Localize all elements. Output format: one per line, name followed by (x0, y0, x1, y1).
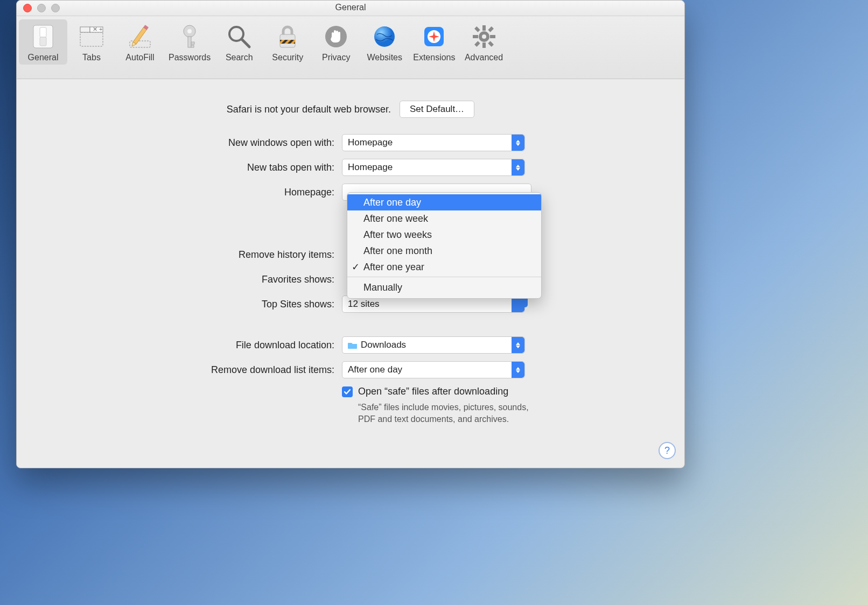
preferences-window: General General ✕ + Tabs (16, 0, 685, 468)
tab-security[interactable]: Security (263, 19, 312, 65)
popup-new-tabs[interactable]: Homepage (342, 159, 525, 176)
key-icon (176, 23, 204, 51)
titlebar: General (17, 1, 684, 16)
window-title: General (17, 3, 684, 12)
globe-icon (370, 23, 398, 51)
tab-label: General (28, 53, 59, 62)
puzzle-icon (420, 23, 448, 51)
tab-passwords[interactable]: Passwords (164, 19, 215, 65)
pencil-icon (126, 23, 154, 51)
svg-rect-3 (80, 32, 103, 46)
svg-marker-8 (133, 27, 147, 44)
tabs-icon: ✕ + (78, 23, 106, 51)
tab-label: AutoFill (125, 53, 154, 62)
svg-rect-15 (191, 45, 194, 47)
open-safe-label: Open “safe” files after downloading (358, 386, 508, 397)
tab-label: Advanced (465, 53, 503, 62)
menu-item[interactable]: ✓After one year (347, 259, 541, 275)
open-safe-description: “Safe” files include movies, pictures, s… (358, 402, 536, 425)
folder-icon (348, 341, 358, 349)
tab-label: Security (272, 53, 303, 62)
lock-icon (274, 23, 302, 51)
label-remove-history: Remove history items: (33, 249, 342, 261)
svg-line-17 (242, 39, 249, 47)
tab-tabs[interactable]: ✕ + Tabs (67, 19, 116, 65)
chevron-updown-icon (512, 159, 524, 175)
tab-privacy[interactable]: Privacy (312, 19, 360, 65)
menu-item[interactable]: After one day (347, 194, 541, 210)
label-new-windows: New windows open with: (33, 137, 342, 149)
svg-rect-28 (482, 25, 486, 31)
chevron-updown-icon (512, 337, 524, 353)
tab-label: Privacy (322, 53, 350, 62)
help-button[interactable]: ? (659, 442, 676, 459)
svg-text:✕  +: ✕ + (93, 26, 102, 32)
popup-new-windows[interactable]: Homepage (342, 134, 525, 151)
tab-autofill[interactable]: AutoFill (116, 19, 164, 65)
svg-rect-35 (488, 41, 494, 47)
svg-rect-13 (188, 37, 191, 47)
svg-rect-34 (474, 41, 480, 47)
remove-history-menu: After one day After one week After two w… (347, 192, 542, 299)
label-new-tabs: New tabs open with: (33, 162, 342, 173)
toolbar: General ✕ + Tabs (17, 16, 684, 79)
chevron-updown-icon (512, 135, 524, 151)
chevron-updown-icon (512, 362, 524, 378)
svg-rect-32 (474, 26, 480, 32)
tab-extensions[interactable]: Extensions (409, 19, 459, 65)
hand-icon (322, 23, 350, 51)
menu-item[interactable]: After one month (347, 243, 541, 259)
switch-icon (29, 23, 57, 51)
svg-point-36 (482, 34, 486, 39)
popup-remove-downloads[interactable]: After one day (342, 361, 525, 378)
popup-download-location[interactable]: Downloads (342, 336, 525, 354)
magnifier-icon (225, 23, 253, 51)
tab-label: Websites (367, 53, 402, 62)
svg-rect-30 (473, 35, 478, 38)
set-default-button[interactable]: Set Default… (400, 101, 474, 118)
default-browser-message: Safari is not your default web browser. (227, 104, 391, 115)
tab-search[interactable]: Search (215, 19, 263, 65)
open-safe-checkbox[interactable] (342, 386, 353, 397)
tab-label: Tabs (82, 53, 101, 62)
gear-icon (470, 23, 498, 51)
svg-rect-1 (40, 27, 46, 37)
label-remove-downloads: Remove download list items: (33, 364, 342, 376)
tab-general[interactable]: General (19, 19, 67, 65)
svg-rect-2 (40, 37, 46, 46)
svg-rect-33 (488, 26, 494, 32)
tab-label: Extensions (413, 53, 455, 62)
checkmark-icon: ✓ (352, 261, 360, 273)
svg-rect-31 (490, 35, 495, 38)
tab-label: Passwords (169, 53, 211, 62)
svg-rect-14 (191, 42, 194, 44)
svg-rect-20 (280, 40, 295, 44)
menu-item[interactable]: Manually (347, 277, 541, 297)
svg-point-12 (187, 29, 192, 33)
tab-advanced[interactable]: Advanced (460, 19, 508, 65)
label-top-sites: Top Sites shows: (33, 299, 342, 310)
menu-item[interactable]: After two weeks (347, 227, 541, 243)
svg-point-23 (374, 26, 395, 47)
menu-item[interactable]: After one week (347, 210, 541, 227)
tab-label: Search (226, 53, 253, 62)
tab-websites[interactable]: Websites (360, 19, 409, 65)
label-homepage: Homepage: (33, 187, 342, 198)
svg-rect-29 (482, 43, 486, 48)
svg-rect-4 (80, 27, 90, 32)
label-favorites: Favorites shows: (33, 274, 342, 285)
label-download-location: File download location: (33, 340, 342, 351)
